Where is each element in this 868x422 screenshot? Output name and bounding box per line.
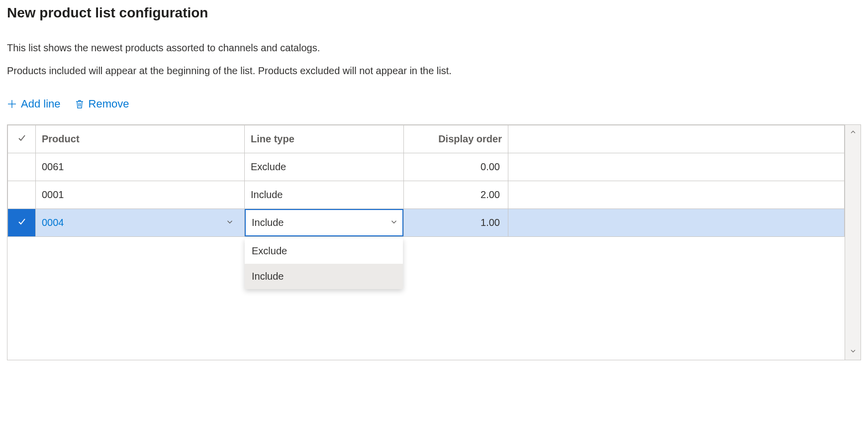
trash-icon xyxy=(75,99,85,109)
product-value: 0004 xyxy=(42,217,64,228)
chevron-down-icon[interactable] xyxy=(389,217,398,228)
scroll-down-icon[interactable] xyxy=(849,347,857,357)
chevron-down-icon[interactable] xyxy=(225,217,234,228)
display-order-cell[interactable]: 0.00 xyxy=(404,153,508,181)
line-type-cell[interactable]: Exclude xyxy=(245,153,404,181)
display-order-cell[interactable]: 1.00 xyxy=(404,209,508,237)
row-select-cell[interactable] xyxy=(8,209,36,237)
column-header-blank xyxy=(508,125,845,153)
description-line-1: This list shows the newest products asso… xyxy=(7,41,861,55)
check-icon xyxy=(17,217,27,228)
dropdown-option-exclude[interactable]: Exclude xyxy=(245,238,403,264)
line-type-cell[interactable]: Include xyxy=(245,181,404,209)
description-line-2: Products included will appear at the beg… xyxy=(7,64,861,78)
product-table: Product Line type Display order 0061 Exc… xyxy=(7,125,845,237)
column-header-product[interactable]: Product xyxy=(36,125,245,153)
remove-label: Remove xyxy=(89,98,129,110)
blank-cell xyxy=(508,209,845,237)
page-title: New product list configuration xyxy=(7,5,861,21)
line-type-dropdown: Exclude Include xyxy=(245,238,403,289)
line-type-value: Include xyxy=(252,217,284,228)
remove-button[interactable]: Remove xyxy=(75,98,129,110)
blank-cell xyxy=(508,181,845,209)
check-icon xyxy=(17,134,27,145)
grid: Product Line type Display order 0061 Exc… xyxy=(7,124,861,360)
plus-icon xyxy=(7,99,17,109)
toolbar: Add line Remove xyxy=(7,98,861,110)
vertical-scrollbar[interactable] xyxy=(845,125,861,360)
table-row[interactable]: 0001 Include 2.00 xyxy=(8,181,845,209)
product-cell[interactable]: 0004 xyxy=(36,209,245,237)
product-cell[interactable]: 0061 xyxy=(36,153,245,181)
add-line-button[interactable]: Add line xyxy=(7,98,61,110)
row-select-cell[interactable] xyxy=(8,181,36,209)
display-order-cell[interactable]: 2.00 xyxy=(404,181,508,209)
scroll-up-icon[interactable] xyxy=(849,128,857,138)
dropdown-option-include[interactable]: Include xyxy=(245,264,403,289)
product-cell[interactable]: 0001 xyxy=(36,181,245,209)
column-header-line-type[interactable]: Line type xyxy=(245,125,404,153)
line-type-cell[interactable]: Include xyxy=(245,209,404,237)
row-select-cell[interactable] xyxy=(8,153,36,181)
table-row[interactable]: 0004 Include xyxy=(8,209,845,237)
column-header-display-order[interactable]: Display order xyxy=(404,125,508,153)
column-select-all[interactable] xyxy=(8,125,36,153)
blank-cell xyxy=(508,153,845,181)
add-line-label: Add line xyxy=(21,98,61,110)
table-row[interactable]: 0061 Exclude 0.00 xyxy=(8,153,845,181)
